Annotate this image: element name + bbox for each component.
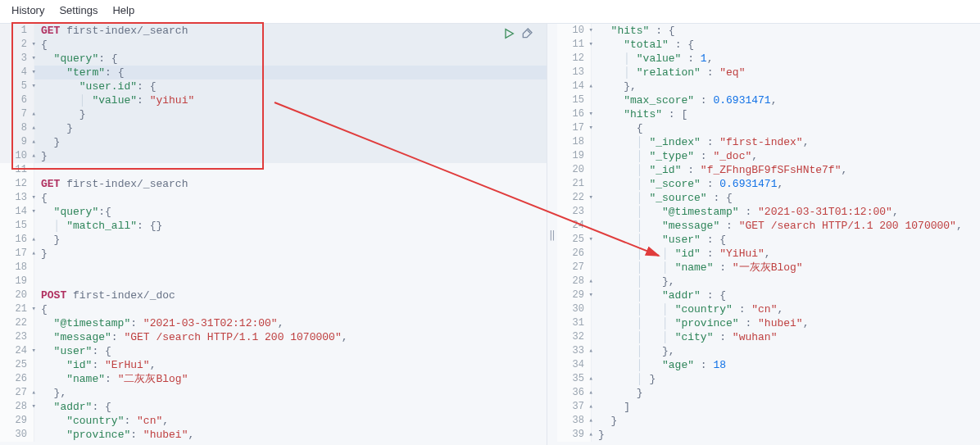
code-content[interactable]: "total" : { <box>592 38 980 52</box>
code-content[interactable]: } <box>592 414 980 428</box>
fold-toggle-icon[interactable]: ▾ <box>587 290 593 297</box>
response-line[interactable]: 26 │ │ "id" : "YiHui", <box>557 247 980 261</box>
response-line[interactable]: 10▾ "hits" : { <box>557 24 980 38</box>
response-line[interactable]: 24 │ "message" : "GET /search HTTP/1.1 2… <box>557 219 980 233</box>
fold-toggle-icon[interactable]: ▴ <box>29 151 36 157</box>
response-line[interactable]: 11▾ "total" : { <box>557 38 980 52</box>
code-content[interactable]: │ │ "name" : "一灰灰Blog" <box>592 261 980 275</box>
fold-toggle-icon[interactable]: ▾ <box>587 193 593 199</box>
request-line[interactable]: 14▾ "query":{ <box>0 205 547 219</box>
request-line[interactable]: 4▾ "term": { <box>0 66 547 79</box>
request-line[interactable]: 2▾{ <box>0 38 547 52</box>
request-line[interactable]: 3▾ "query": { <box>0 52 547 66</box>
code-content[interactable] <box>34 163 547 177</box>
request-line[interactable]: 11 <box>0 163 547 177</box>
response-line[interactable]: 16▾ "hits" : [ <box>557 107 980 121</box>
fold-toggle-icon[interactable]: ▴ <box>587 429 593 436</box>
code-content[interactable]: "user.id": { <box>34 79 547 93</box>
fold-toggle-icon[interactable]: ▾ <box>587 123 593 129</box>
response-line[interactable]: 19 │ "_type" : "_doc", <box>557 149 980 163</box>
request-line[interactable]: 13▾{ <box>0 191 547 205</box>
code-content[interactable]: │ "age" : 18 <box>592 358 980 372</box>
response-line[interactable]: 30 │ │ "country" : "cn", <box>557 302 980 316</box>
code-content[interactable]: │ } <box>592 372 980 386</box>
code-content[interactable]: "@timestamp": "2021-03-31T02:12:00", <box>34 316 547 330</box>
fold-toggle-icon[interactable]: ▾ <box>29 207 36 213</box>
code-content[interactable]: │ "_index" : "first-index", <box>592 135 980 149</box>
request-line[interactable]: 17▴} <box>0 247 547 261</box>
code-content[interactable]: { <box>592 121 980 135</box>
fold-toggle-icon[interactable]: ▾ <box>29 53 36 60</box>
request-line[interactable]: 9▴ } <box>0 135 547 149</box>
fold-toggle-icon[interactable]: ▾ <box>587 25 593 32</box>
split-divider[interactable]: ‖ <box>547 24 557 445</box>
code-content[interactable]: │ "value" : 1, <box>592 52 980 66</box>
request-line[interactable]: 26 "name": "二灰灰Blog" <box>0 372 547 386</box>
fold-toggle-icon[interactable]: ▴ <box>587 415 593 422</box>
request-line[interactable]: 27▴ }, <box>0 386 547 400</box>
response-line[interactable]: 39▴} <box>557 428 980 442</box>
fold-toggle-icon[interactable]: ▴ <box>29 248 36 255</box>
code-content[interactable]: GET first-index/_search <box>34 24 547 38</box>
code-content[interactable]: │ "_type" : "_doc", <box>592 149 980 163</box>
code-content[interactable]: } <box>34 135 547 149</box>
response-line[interactable]: 12 │ "value" : 1, <box>557 52 980 66</box>
response-line[interactable]: 37▴ ] <box>557 400 980 414</box>
code-content[interactable]: "country": "cn", <box>34 414 547 428</box>
code-content[interactable]: }, <box>592 79 980 93</box>
code-content[interactable]: ] <box>592 400 980 414</box>
code-content[interactable]: "province": "hubei", <box>34 428 547 442</box>
response-line[interactable]: 23 │ "@timestamp" : "2021-03-31T01:12:00… <box>557 205 980 219</box>
code-content[interactable]: POST first-index/_doc <box>34 288 547 302</box>
code-content[interactable]: } <box>592 386 980 400</box>
fold-toggle-icon[interactable]: ▴ <box>587 81 593 88</box>
fold-toggle-icon[interactable]: ▾ <box>587 234 593 241</box>
fold-toggle-icon[interactable]: ▴ <box>29 123 36 129</box>
fold-toggle-icon[interactable]: ▴ <box>29 388 36 394</box>
fold-toggle-icon[interactable]: ▾ <box>587 109 593 116</box>
request-line[interactable]: 5▾ "user.id": { <box>0 79 547 93</box>
fold-toggle-icon[interactable]: ▾ <box>587 39 593 46</box>
fold-toggle-icon[interactable]: ▴ <box>29 109 36 116</box>
fold-toggle-icon[interactable]: ▾ <box>29 81 36 88</box>
code-content[interactable] <box>34 275 547 288</box>
code-content[interactable]: │ │ "city" : "wuhan" <box>592 330 980 344</box>
code-content[interactable]: │ "value": "yihui" <box>34 93 547 107</box>
code-content[interactable]: "term": { <box>34 66 547 79</box>
request-line[interactable]: 16▴ } <box>0 233 547 247</box>
response-viewer[interactable]: 10▾ "hits" : {11▾ "total" : {12 │ "value… <box>557 24 980 445</box>
response-line[interactable]: 31 │ │ "province" : "hubei", <box>557 316 980 330</box>
fold-toggle-icon[interactable]: ▴ <box>587 346 593 352</box>
response-line[interactable]: 35▴ │ } <box>557 372 980 386</box>
fold-toggle-icon[interactable]: ▾ <box>29 402 36 408</box>
request-line[interactable]: 19 <box>0 275 547 288</box>
response-line[interactable]: 17▾ { <box>557 121 980 135</box>
menu-help[interactable]: Help <box>112 3 134 18</box>
fold-toggle-icon[interactable]: ▾ <box>29 346 36 352</box>
code-content[interactable]: │ │ "country" : "cn", <box>592 302 980 316</box>
response-line[interactable]: 21 │ "_score" : 0.6931471, <box>557 177 980 191</box>
response-line[interactable]: 29▾ │ "addr" : { <box>557 288 980 302</box>
fold-toggle-icon[interactable]: ▾ <box>29 304 36 311</box>
request-line[interactable]: 22 "@timestamp": "2021-03-31T02:12:00", <box>0 316 547 330</box>
request-line[interactable]: 15 │ "match_all": {} <box>0 219 547 233</box>
fold-toggle-icon[interactable]: ▾ <box>29 39 36 46</box>
code-content[interactable]: "query": { <box>34 52 547 66</box>
code-content[interactable]: "id": "ErHui", <box>34 358 547 372</box>
code-content[interactable]: "addr": { <box>34 400 547 414</box>
request-line[interactable]: 21▾{ <box>0 302 547 316</box>
run-request-icon[interactable] <box>502 27 515 45</box>
code-content[interactable]: { <box>34 302 547 316</box>
request-line[interactable]: 24▾ "user": { <box>0 344 547 358</box>
fold-toggle-icon[interactable]: ▴ <box>587 388 593 394</box>
response-line[interactable]: 34 │ "age" : 18 <box>557 358 980 372</box>
code-content[interactable]: "name": "二灰灰Blog" <box>34 372 547 386</box>
code-content[interactable]: "hits" : { <box>592 24 980 38</box>
request-line[interactable]: 29 "country": "cn", <box>0 414 547 428</box>
code-content[interactable]: GET first-index/_search <box>34 177 547 191</box>
request-line[interactable]: 7▴ } <box>0 107 547 121</box>
response-line[interactable]: 20 │ "_id" : "f_ZFhngBF9fSFsHNte7f", <box>557 163 980 177</box>
fold-toggle-icon[interactable]: ▴ <box>587 276 593 283</box>
request-line[interactable]: 6 │ "value": "yihui" <box>0 93 547 107</box>
fold-toggle-icon[interactable]: ▴ <box>587 402 593 408</box>
